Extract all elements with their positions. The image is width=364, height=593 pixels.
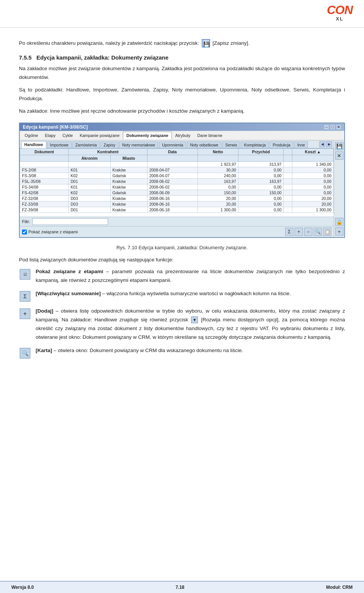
subtab-inne[interactable]: Inne [294,142,308,148]
table-cell-2-2: Gdańsk [110,173,147,179]
subtab-noty-memorialowe[interactable]: Noty memoriałowe [119,142,158,148]
window-minimize-btn[interactable]: ─ [324,124,329,130]
subcol-dokument [20,155,69,162]
footer-right: Moduł: CRM [326,585,353,590]
feature-wlacz: Σ [Włącz/wyłącz sumowanie] – włączona fu… [19,289,345,302]
checkbox-bar: Pokaż związane z etapami Σ + − 🔍 📋 [20,226,334,237]
table-cell-5-3: 2008-06-09 [147,190,198,196]
feature-wlacz-text: [Włącz/wyłącz sumowanie] – włączona funk… [36,289,345,298]
col-netto: Netto [198,149,238,155]
tab-dokumenty-zwiazane[interactable]: Dokumenty związane [123,132,172,139]
table-cell-5-4: 150,00 [198,190,238,196]
table-cell-4-1: K01 [69,184,110,190]
action-btn-3[interactable]: 📋 [323,228,331,236]
action-btn-2[interactable]: − [304,228,312,236]
header: CON XL [0,0,364,24]
table-cell-0-1 [69,162,110,167]
window-close-btn[interactable]: ✕ [336,124,341,130]
feature-dodaj-icon: + [19,308,31,320]
col-koszt: Koszt ▲ [292,149,334,155]
table-cell-6-5: 0,00 [238,196,284,201]
logo: CON XL [327,4,353,22]
table-cell-0-0 [20,162,69,167]
magnifier-icon: 🔍 [20,348,30,359]
subcol-empty [284,155,292,162]
table-cell-2-0: FS-3/08 [20,173,69,179]
table-cell-7-1: D03 [69,201,110,207]
feature-dodaj-text: [Dodaj] – otwiera listę odpowiednich dok… [36,307,345,342]
subtab-upomnienia[interactable]: Upomnienia [159,142,186,148]
sum-toggle-btn[interactable]: Σ [285,228,293,236]
table-cell-1-2: Kraków [110,167,147,173]
table-cell-7-2: Kraków [110,201,147,207]
table-cell-0-2 [110,162,147,167]
table-cell-1-5: 0,00 [238,167,284,173]
subtab-handlowe[interactable]: Handlowe [21,141,46,148]
tab-kampanie-powizane[interactable]: Kampanie powiązane [76,132,123,139]
sidebar-btn-4[interactable]: + [335,227,344,236]
subtab-prev-btn[interactable]: ◀ [319,141,325,147]
subtab-serwis[interactable]: Serwis [222,142,240,148]
document-table: Dokument Kontrahent Data Netto Przychód … [20,148,334,213]
table-cell-7-7: 20,00 [292,201,334,207]
body-para-1: Na zakładce możliwe jest związanie dokum… [19,64,345,82]
feature-wlacz-icon: Σ [19,290,31,302]
subtab-zamowienia[interactable]: Zamówienia [72,142,100,148]
window-body: Handlowe Importowe Zamówienia Zapisy Not… [20,140,344,237]
tab-cykle[interactable]: Cykle [59,132,77,139]
magnifier-btn[interactable]: 🔍 [314,228,322,236]
subtab-importowe[interactable]: Importowe [47,142,72,148]
table-cell-7-6 [284,201,292,207]
table-cell-1-3: 2008-04-07 [147,167,198,173]
table-cell-8-4: 1 300,00 [198,207,238,213]
table-cell-8-3: 2008-06-18 [147,207,198,213]
sigma-icon: Σ [20,291,30,302]
footer-left: Wersja 8.0 [11,585,34,590]
subtab-kompletacja[interactable]: Kompletacja [241,142,269,148]
table-cell-0-4: 1 923,97 [198,162,238,167]
sidebar-btn-1[interactable]: 💾 [335,142,344,150]
footer-center: 7.18 [176,585,184,590]
table-cell-5-2: Gdańsk [110,190,147,196]
subtab-noty-odsetkowe[interactable]: Noty odsetkowe [187,142,221,148]
table-cell-8-7: 1 300,00 [292,207,334,213]
table-cell-1-7: 0,00 [292,167,334,173]
section-heading: 7.5.5 Edycja kampanii, zakładka: Dokumen… [19,54,345,61]
table-cell-3-3: 2008-06-02 [147,179,198,184]
feature-pokaz-title: Pokaż związane z etapami [36,269,103,274]
tab-atrybuty[interactable]: Atrybuty [172,132,194,139]
table-cell-6-1: D03 [69,196,110,201]
window-maximize-btn[interactable]: □ [330,124,335,130]
table-cell-8-6 [284,207,292,213]
tab-etapy[interactable]: Etapy [41,132,59,139]
table-row: FSL-35/08D01Kraków2008-06-02163,97163,97… [20,179,334,184]
table-cell-2-4: 240,00 [198,173,238,179]
feature-karta-title: [Karta] [36,348,52,353]
table-cell-3-2: Kraków [110,179,147,184]
tab-ogolne[interactable]: Ogólne [21,132,41,139]
subcol-przychod [238,155,284,162]
main-content: Po określeniu charakteru powiązania, nal… [0,31,364,375]
table-row: FZ-32/08D03Kraków2008-06-1620,000,0020,0… [20,196,334,201]
col-empty [284,149,292,155]
table-row: FS-34/08K01Kraków2008-06-020,000,000,00 [20,184,334,190]
subtab-next-btn[interactable]: ▶ [326,141,332,147]
filter-input[interactable] [32,218,108,225]
table-row: FS-42/08K02Gdańsk2008-06-09150,00150,000… [20,190,334,196]
filter-label: Filtr: [22,219,30,224]
table-cell-5-0: FS-42/08 [20,190,69,196]
sidebar-btn-2[interactable]: ✕ [335,151,344,160]
sub-tabs: Handlowe Importowe Zamówienia Zapisy Not… [20,140,334,148]
show-etapy-label[interactable]: Pokaż związane z etapami [22,230,78,234]
logo-con-text: CON [327,4,353,16]
table-cell-1-0: FS-2/08 [20,167,69,173]
add-btn[interactable]: + [295,228,303,236]
table-cell-5-5: 150,00 [238,190,284,196]
subtab-produkcja[interactable]: Produkcja [270,142,293,148]
sidebar-btn-3[interactable]: 🔒 [335,218,344,226]
table-cell-6-3: 2008-06-16 [147,196,198,201]
subtab-zapisy[interactable]: Zapisy [100,142,118,148]
logo-xl-text: XL [327,16,353,22]
show-etapy-checkbox[interactable] [22,230,27,234]
tab-dane-binarne[interactable]: Dane binarne [194,132,226,139]
